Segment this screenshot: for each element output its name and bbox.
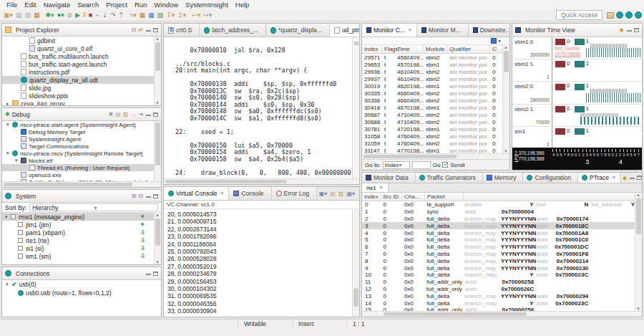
- dropdown-arrow-icon[interactable]: ▾: [498, 38, 501, 44]
- debug-tree-item[interactable]: Target Communications: [2, 143, 154, 150]
- toolbar-icon[interactable]: ▶: [75, 11, 80, 19]
- close-icon[interactable]: ✕: [379, 185, 384, 191]
- connect-icon[interactable]: →: [130, 111, 136, 117]
- horizontal-scrollbar[interactable]: [164, 178, 359, 184]
- tree-item[interactable]: quartz_display_rw_all.udt: [2, 76, 154, 84]
- time-view-row[interactable]: xbm1:1 1 0 1: [512, 59, 642, 82]
- debug-tree-item[interactable]: ▾ riscv-ptrace.start-agent [SystemInsigh…: [2, 121, 154, 128]
- tree-item[interactable]: quartz_ui_core_0.elf: [2, 44, 154, 52]
- vertical-scrollbar[interactable]: ▲▼: [154, 37, 161, 105]
- monitor-table-row[interactable]: 30019 t 4620198... xbm1 axi monitor por.…: [362, 82, 502, 90]
- import-icon[interactable]: ⇥: [138, 111, 143, 117]
- toolbar-icon[interactable]: ↧▾: [166, 11, 175, 19]
- goto-value-input[interactable]: [412, 161, 431, 169]
- ptrace-table-row[interactable]: 10 0 0x0 full_delta branch_map Y addr 0x…: [362, 272, 635, 279]
- debug-tree-item[interactable]: ▾ blocks.elf: [2, 157, 154, 164]
- editor-tab[interactable]: latch_address_...: [200, 24, 266, 37]
- system-node-row[interactable]: jtm1 (jtm) ▼: [2, 221, 154, 229]
- ptrace-table-row[interactable]: 2 0 0x0 full_delta branch_map YYYNYYYNN …: [362, 216, 635, 223]
- ptrace-table-row[interactable]: 9 0 0x0 full_delta branch_map YYYNYYYNN …: [362, 264, 635, 272]
- monitor-tab[interactable]: Monitor M...: [417, 24, 469, 37]
- ptrace-table-row[interactable]: 8 0 0x0 full_delta branch_map YYYNYYYNN …: [362, 257, 635, 264]
- monitor-tab[interactable]: Downstre...: [469, 24, 509, 37]
- monitor-table-row[interactable]: 30687 t 4710409... xbm2 axi monitor por.…: [362, 111, 502, 118]
- ptrace-table-row[interactable]: 11 0 0x0 full_addr_only addr 0x70000258: [362, 279, 635, 286]
- bottom-tab[interactable]: Memory: [483, 173, 524, 183]
- toolbar-icon[interactable]: ϟ▾: [130, 11, 136, 19]
- rte1-tab[interactable]: rte1 ✕: [362, 183, 389, 192]
- monitor-table-row[interactable]: 31147 t 4770198... xbm1 axi monitor por.…: [362, 147, 502, 153]
- minimize-button[interactable]: [630, 176, 635, 179]
- ptrace-table-row[interactable]: 5 0 0x0 full_delta branch_map YYYNYYYNN …: [362, 236, 635, 244]
- close-icon[interactable]: ✕: [408, 27, 412, 33]
- table-settings-icon[interactable]: [491, 38, 497, 44]
- console-tab[interactable]: Error Log: [272, 187, 317, 200]
- tree-item[interactable]: slideshow.pptx: [2, 92, 154, 100]
- minimize-button[interactable]: [146, 272, 151, 275]
- toolbar-icon[interactable]: ↷: [110, 11, 116, 19]
- perspective-icon[interactable]: [625, 11, 633, 19]
- menu-item[interactable]: Search: [74, 1, 102, 9]
- close-icon[interactable]: ✕: [220, 191, 225, 196]
- node-checkbox[interactable]: [18, 246, 23, 251]
- collapse-all-icon[interactable]: ⊟: [138, 193, 143, 199]
- maximize-button[interactable]: [637, 176, 642, 180]
- close-icon[interactable]: ✕: [612, 175, 616, 181]
- tree-item[interactable]: bus_traffic.multilaunch.launch: [2, 52, 154, 60]
- menu-item[interactable]: Navigate: [40, 1, 74, 9]
- monitor-table-row[interactable]: 29936 t 4610409... xbm2 axi monitor por.…: [362, 68, 502, 75]
- menu-item[interactable]: Help: [232, 1, 253, 9]
- overview-ruler[interactable]: [352, 37, 359, 178]
- debug-tree-item[interactable]: openocd.exe: [2, 171, 154, 178]
- scroll-checkbox[interactable]: [442, 162, 448, 168]
- open-perspective-icon[interactable]: [607, 12, 614, 19]
- maximize-button[interactable]: [153, 112, 158, 117]
- editor-tab[interactable]: crt0.S: [164, 24, 200, 37]
- copy-stack-icon[interactable]: ▤: [115, 111, 121, 117]
- maximize-button[interactable]: [153, 194, 158, 198]
- horizontal-scrollbar[interactable]: [362, 311, 642, 317]
- tree-item[interactable]: bus_traffic.start-agent.launch: [2, 60, 154, 68]
- ptrace-table-row[interactable]: 1 0 0x0 sync addr 0x70000004: [362, 208, 635, 216]
- time-view-row[interactable]: xbm1:0 3000000 0 1 first_counter 2370198…: [512, 37, 642, 59]
- toolbar-icon[interactable]: ‖: [83, 11, 86, 19]
- system-node-row[interactable]: ▾ rme1 (message_engine) ▼: [2, 213, 154, 221]
- tree-item[interactable]: slide.jpg: [2, 84, 154, 92]
- bottom-tab[interactable]: Configuration: [523, 173, 578, 183]
- debug-tree-item[interactable]: SystemInsight Agent: [2, 135, 154, 143]
- system-node-row[interactable]: rte1 (rte) ⇩: [2, 236, 154, 244]
- console-tab[interactable]: Virtual Console ✕: [164, 187, 229, 200]
- monitor-table-row[interactable]: 30781 t 4720198... xbm1 axi monitor por.…: [362, 125, 502, 133]
- debug-tree-item[interactable]: ▾ riscv-ptrace.riscv [SystemInsight Remo…: [2, 150, 154, 157]
- toolbar-icon[interactable]: ↥▾: [177, 11, 186, 19]
- ptrace-table-row[interactable]: 4 0 0x0 full_delta branch_map YYYNYYYNN …: [362, 229, 635, 236]
- menu-item[interactable]: Window: [150, 1, 182, 9]
- toolbar-icon[interactable]: ●▾: [57, 11, 64, 19]
- perspective-icon[interactable]: [635, 11, 642, 19]
- timeline-bar[interactable]: 2,370,198,586 4,770,198,588 456789012345…: [512, 148, 642, 170]
- monitor-table-row[interactable]: 30336 t 4660409... xbm2 axi monitor por.…: [362, 97, 502, 104]
- minimize-button[interactable]: [627, 29, 632, 32]
- monitor-table-row[interactable]: 29653 t 4570198... xbm1 axi monitor por.…: [362, 61, 502, 68]
- toolbar-icon[interactable]: ▦: [148, 11, 155, 19]
- menu-item[interactable]: SystemInsight: [182, 1, 232, 9]
- vertical-scrollbar[interactable]: ▲▼: [154, 213, 161, 264]
- toolbar-icon[interactable]: ▥: [25, 11, 31, 19]
- remove-terminated-icon[interactable]: ✖: [108, 111, 113, 117]
- expander-icon[interactable]: ▾: [5, 214, 11, 220]
- debug-tree-item[interactable]: Thread #1 (Running : User Request): [2, 164, 154, 171]
- goto-button[interactable]: Go: [433, 162, 441, 168]
- system-node-row[interactable]: sm1 (sm) ⇩: [2, 252, 154, 260]
- ptrace-table-row[interactable]: 7 0 0x0 full_delta branch_map YYYNYYYNN …: [362, 251, 635, 258]
- monitor-table-row[interactable]: 30335 t 4660409... xbm2 axi monitor por.…: [362, 90, 502, 97]
- minimize-button[interactable]: [146, 195, 151, 198]
- menu-item[interactable]: Run: [131, 1, 150, 9]
- monitor-table-row[interactable]: 30688 t 4710409... xbm2 axi monitor por.…: [362, 118, 502, 125]
- menu-item[interactable]: Edit: [21, 1, 39, 9]
- toolbar-icon[interactable]: ▦: [140, 11, 146, 19]
- console-tab[interactable]: Console: [229, 187, 271, 200]
- toolbar-icon[interactable]: ⇡: [119, 11, 125, 19]
- ptrace-table-row[interactable]: 14 0 0x0 full_delta branch_map Y addr 0x…: [362, 299, 635, 307]
- ptrace-table-row[interactable]: 3 0 0x0 full_delta branch_map YYYNYYYNN …: [362, 222, 635, 229]
- node-checkbox[interactable]: [11, 214, 16, 219]
